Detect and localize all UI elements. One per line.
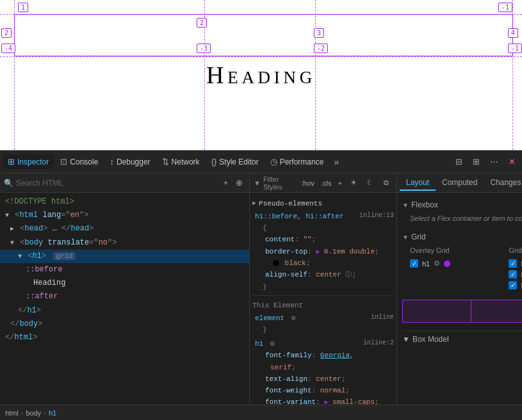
tree-doctype[interactable]: <!DOCTYPE html> <box>0 195 249 209</box>
badge-n1-bot: -1 <box>508 44 522 53</box>
overlay-h1-checkbox[interactable] <box>410 259 418 268</box>
devtools-toolbar: ⊞ Inspector ⊡ Console ↕ Debugger ⇅ Netwo… <box>0 150 522 174</box>
styleeditor-label: Style Editor <box>219 158 258 166</box>
tab-computed[interactable]: Computed <box>436 175 484 191</box>
hov-btn[interactable]: :hov <box>299 179 316 188</box>
console-label: Console <box>70 158 98 166</box>
badge-n2: -2 <box>314 44 328 53</box>
tree-after[interactable]: ::after <box>0 290 249 303</box>
toolbar-network-btn[interactable]: ⇅ Network <box>157 154 205 169</box>
cls-btn[interactable]: .cls <box>319 179 334 188</box>
pseudo-selector: h1::before, h1::after inline:13 <box>255 211 394 222</box>
tab-changes[interactable]: Changes <box>484 175 522 191</box>
extend-lines-checkbox[interactable] <box>509 281 517 289</box>
responsive-design-btn[interactable]: ⊟ <box>452 155 466 168</box>
box-model-label: Box Model <box>412 335 449 344</box>
h1-rules: h1 ⚙ inline:2 font-family: Georgia, seri… <box>252 338 394 405</box>
badge-n3: -3 <box>197 44 211 53</box>
badge-2-left: 2 <box>1 28 12 38</box>
toolbar-debugger-btn[interactable]: ↕ Debugger <box>104 154 155 169</box>
console-icon: ⊡ <box>60 157 67 166</box>
breadcrumb-h1[interactable]: h1 <box>49 409 56 417</box>
filter-icon: ▼ <box>254 179 261 187</box>
css-border-top-prop: border-top: ▶ 0.1em double; <box>255 246 394 258</box>
tree-html-close[interactable]: </html> <box>0 331 249 344</box>
pick-element-btn[interactable]: ⊕ <box>233 178 245 188</box>
badge-4: 4 <box>508 28 518 38</box>
css-content: ▶ Pseudo-elements h1::before, h1::after … <box>250 193 396 405</box>
overlay-h1-item: h1 ⚙ <box>410 258 509 269</box>
pseudo-elements-header[interactable]: ▶ Pseudo-elements <box>252 195 394 211</box>
copy-icon[interactable]: ⧉ <box>380 177 393 189</box>
tree-h1[interactable]: ▼ <h1> grid <box>0 250 249 263</box>
badge-n1-top: -1 <box>498 3 512 12</box>
performance-icon: ◷ <box>270 157 277 166</box>
network-label: Network <box>172 158 200 166</box>
black-swatch[interactable] <box>273 260 279 266</box>
canvas-heading: Heading <box>206 61 316 89</box>
pseudo-elements-label: Pseudo-elements <box>259 198 322 209</box>
breadcrumb-html[interactable]: html <box>5 409 19 417</box>
box-model-toggle[interactable]: ▼ Box Model <box>402 330 522 346</box>
tree-head[interactable]: ▶ <head> … </head> <box>0 222 249 236</box>
tree-before[interactable]: ::before <box>0 263 249 277</box>
overlay-grid-col: Overlay Grid h1 ⚙ <box>410 246 509 291</box>
css-font-weight: font-weight: normal; <box>255 385 394 396</box>
html-search-toolbar: 🔍 + ⊕ <box>0 174 249 193</box>
tree-body[interactable]: ▼ <body translate="no"> <box>0 236 249 250</box>
css-toolbar: ▼ Filter Styles :hov .cls + ☀ ☾ ⧉ <box>250 174 396 193</box>
line-numbers-checkbox[interactable] <box>509 259 517 268</box>
toolbar-console-btn[interactable]: ⊡ Console <box>55 154 103 169</box>
tree-heading-text[interactable]: Heading <box>0 277 249 290</box>
search-icon: 🔍 <box>4 179 13 188</box>
css-color-black: black; <box>255 257 394 269</box>
badge-1: 1 <box>18 3 28 12</box>
more-tabs-btn[interactable]: » <box>330 155 343 169</box>
element-brace: } <box>255 324 394 335</box>
grid-toggle[interactable]: ▼ Grid <box>402 230 522 244</box>
inspector-label: Inspector <box>17 158 49 166</box>
h1-selector: h1 ⚙ inline:2 <box>255 338 394 350</box>
flexbox-toggle[interactable]: ▼ Flexbox <box>402 198 522 212</box>
tree-h1-close[interactable]: </h1> <box>0 304 249 318</box>
devtools-panel: ⊞ Inspector ⊡ Console ↕ Debugger ⇅ Netwo… <box>0 150 522 420</box>
dock-btn[interactable]: ⊞ <box>469 155 484 168</box>
css-font-variant: font-variant: ▶ small-caps; <box>255 396 394 405</box>
grid-arrow: ▼ <box>402 234 409 241</box>
gear-btn[interactable]: ⚙ <box>291 314 296 322</box>
overflow-btn[interactable]: ⋯ <box>486 155 502 168</box>
search-html-input[interactable] <box>16 179 218 188</box>
add-node-btn[interactable]: + <box>220 178 231 188</box>
tab-layout[interactable]: Layout <box>400 175 436 191</box>
tree-body-close[interactable]: </body> <box>0 318 249 331</box>
css-font-family: font-family: Georgia, serif; <box>255 350 394 373</box>
box-model-arrow: ▼ <box>402 335 410 344</box>
css-align-self-prop: align-self: center ⓘ; <box>255 269 394 281</box>
toolbar-performance-btn[interactable]: ◷ Performance <box>265 154 329 169</box>
tree-html[interactable]: ▼ <html lang="en"> <box>0 209 249 222</box>
info-icon[interactable]: ⓘ <box>345 271 352 279</box>
setting-area-names: Display area names <box>509 269 522 280</box>
add-rule-btn[interactable]: + <box>336 179 344 188</box>
area-names-checkbox[interactable] <box>509 270 517 279</box>
toolbar-inspector-btn[interactable]: ⊞ Inspector <box>3 154 54 169</box>
badge-3: 3 <box>314 28 324 38</box>
layout-panel: Layout Computed Changes Fonts Animations… <box>397 174 522 405</box>
breadcrumb-body[interactable]: body <box>26 409 41 417</box>
flexbox-label: Flexbox <box>411 200 438 209</box>
badge-2-mid: 2 <box>197 18 207 28</box>
toolbar-styleeditor-btn[interactable]: {} Style Editor <box>206 154 264 169</box>
flexbox-section: ▼ Flexbox Select a Flex container or ite… <box>402 198 522 227</box>
inspector-icon: ⊞ <box>8 157 15 166</box>
overlay-grid-header: Overlay Grid <box>410 246 509 254</box>
debugger-icon: ↕ <box>110 157 114 166</box>
overlay-color-dot <box>444 261 450 267</box>
this-element-header: This Element <box>252 295 394 312</box>
light-icon[interactable]: ☀ <box>347 177 361 189</box>
h1-gear-btn[interactable]: ⚙ <box>270 340 275 348</box>
toolbar-actions: ⊟ ⊞ ⋯ ✕ <box>452 155 519 168</box>
close-devtools-btn[interactable]: ✕ <box>505 155 519 168</box>
dark-icon[interactable]: ☾ <box>363 177 377 189</box>
css-brace-close1: } <box>255 281 394 293</box>
overlay-gear-icon[interactable]: ⚙ <box>434 259 440 268</box>
